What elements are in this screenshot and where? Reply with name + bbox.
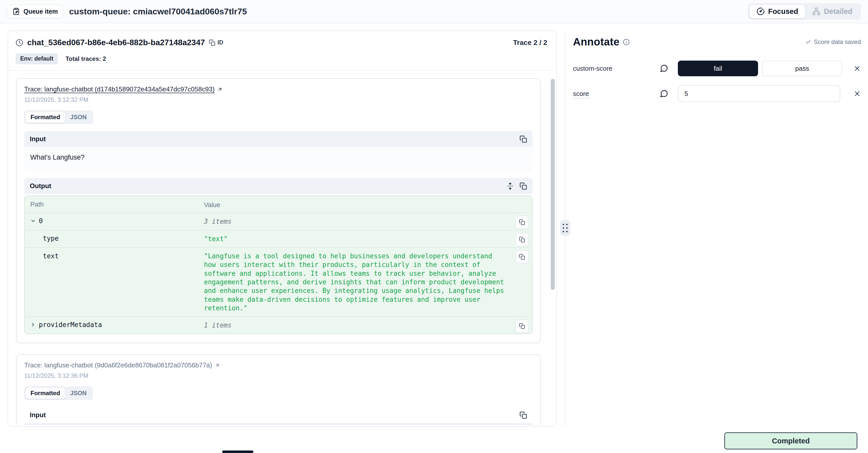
gauge-icon [756,7,765,16]
comment-bubble-icon[interactable] [650,64,678,73]
external-link-icon [215,363,220,368]
table-row: providerMetadata 1 items [25,316,532,334]
detailed-view-button[interactable]: Detailed [805,5,860,18]
pass-option-button[interactable]: pass [762,61,842,76]
trace-1-output-section: Output Path Valu [24,178,533,336]
copy-row-button[interactable] [516,216,529,229]
comment-bubble-icon[interactable] [650,89,678,98]
clipboard-pen-icon [12,7,20,15]
info-icon[interactable] [623,39,630,46]
trace-2-timestamp: 11/12/2025, 3:12:36 PM [24,372,533,379]
view-mode-toggle: Focused Detailed [748,3,861,20]
copy-row-button[interactable] [516,233,529,246]
trace-list: Trace: langfuse-chatbot (d174b1589072e43… [8,71,556,425]
input-label: Input [30,411,46,419]
chevron-down-icon[interactable] [30,218,36,224]
copy-row-button[interactable] [516,250,529,263]
grip-dots-icon [563,224,568,232]
trace-1-link[interactable]: Trace: langfuse-chatbot (d174b1589072e43… [24,85,223,93]
tab-json[interactable]: JSON [65,388,92,399]
external-link-icon [217,87,223,92]
expand-icon[interactable] [506,182,514,190]
queue-item-panel: chat_536ed067-b86e-4eb6-882b-ba27148a234… [7,30,557,427]
tab-json[interactable]: JSON [65,112,92,123]
vertical-scrollbar[interactable] [551,79,555,290]
top-bar: Queue item custom-queue: cmiacwel70041ad… [0,0,868,23]
queue-item-badge-label: Queue item [24,8,58,15]
env-badge: Env: default [16,53,58,64]
trace-1-output-table: Path Value 0 3 items type [24,195,533,334]
copy-icon[interactable] [520,135,527,143]
remove-score-button[interactable] [854,65,861,72]
trace-card-2: Trace: langfuse-chatbot (9d0a6f2e6de8670… [16,354,541,425]
clock-icon [16,39,23,47]
input-label: Input [30,135,46,143]
queue-item-panel-header: chat_536ed067-b86e-4eb6-882b-ba27148a234… [8,31,556,71]
completed-button[interactable]: Completed [724,432,858,450]
focused-view-button[interactable]: Focused [749,5,805,18]
detailed-view-label: Detailed [824,7,852,16]
trace-1-input-section: Input What's Langfuse? [24,131,533,171]
row-value: "text" [204,234,527,243]
copy-row-button[interactable] [516,319,529,333]
page-title: custom-queue: cmiacwel70041ad060s7tlr75 [69,6,247,17]
row-path: 0 [39,217,43,225]
trace-counter: Trace 2 / 2 [513,39,547,47]
trace-1-timestamp: 11/12/2025, 3:12:32 PM [24,96,533,103]
score-label: score [573,90,650,98]
row-value: "Langfuse is a tool designed to help bus… [204,252,527,312]
score-value-input[interactable]: 5 [678,85,840,102]
focused-view-label: Focused [768,7,798,16]
total-traces-label: Total traces: 2 [66,55,106,62]
row-path: providerMetadata [39,321,102,329]
copy-icon[interactable] [520,411,527,419]
output-label: Output [30,182,51,190]
trace-1-format-tabs: Formatted JSON [24,110,93,124]
check-icon [805,39,811,45]
queue-item-page: Queue item custom-queue: cmiacwel70041ad… [0,0,868,453]
path-column-header: Path [30,200,44,208]
trace-2-link[interactable]: Trace: langfuse-chatbot (9d0a6f2e6de8670… [24,361,220,369]
trace-2-input-text: How to get user feedback in my traces? [24,423,533,425]
trace-1-link-label: Trace: langfuse-chatbot (d174b1589072e43… [24,85,215,93]
trace-1-input-text: What's Langfuse? [24,147,533,171]
id-label: ID [217,39,223,46]
tab-formatted[interactable]: Formatted [26,112,65,123]
copy-id-button[interactable]: ID [209,39,223,46]
row-value: 3 items [204,217,527,226]
value-column-header: Value [204,201,220,208]
fail-option-button[interactable]: fail [678,61,758,76]
custom-score-row: custom-score fail pass [573,61,861,76]
save-status: Score data saved [805,38,861,46]
trace-2-format-tabs: Formatted JSON [24,386,93,400]
annotate-title: Annotate [573,36,619,48]
save-status-label: Score data saved [814,38,861,46]
tree-hierarchy-icon [812,7,820,16]
trace-card-1: Trace: langfuse-chatbot (d174b1589072e43… [16,78,541,343]
score-row: score 5 [573,85,861,102]
queue-item-badge: Queue item [7,5,63,18]
trace-2-input-section: Input How to get user feedback in my tra… [24,407,533,425]
table-row: type "text" [25,230,532,247]
annotate-panel: Annotate Score data saved custom-score f… [573,30,861,427]
tab-formatted[interactable]: Formatted [26,388,65,399]
row-path: text [43,252,59,260]
table-row: 0 3 items [25,213,532,230]
table-row: text "Langfuse is a tool designed to hel… [25,247,532,316]
row-value: 1 items [204,321,527,330]
resize-drag-handle[interactable] [560,220,570,236]
trace-2-link-label: Trace: langfuse-chatbot (9d0a6f2e6de8670… [24,361,212,369]
bottom-indicator-bar [222,451,253,453]
row-path: type [43,234,59,242]
chevron-right-icon[interactable] [30,322,36,328]
custom-score-label: custom-score [573,65,650,73]
copy-icon[interactable] [520,182,527,190]
item-title: chat_536ed067-b86e-4eb6-882b-ba27148a234… [27,38,205,47]
remove-score-button[interactable] [854,90,861,97]
